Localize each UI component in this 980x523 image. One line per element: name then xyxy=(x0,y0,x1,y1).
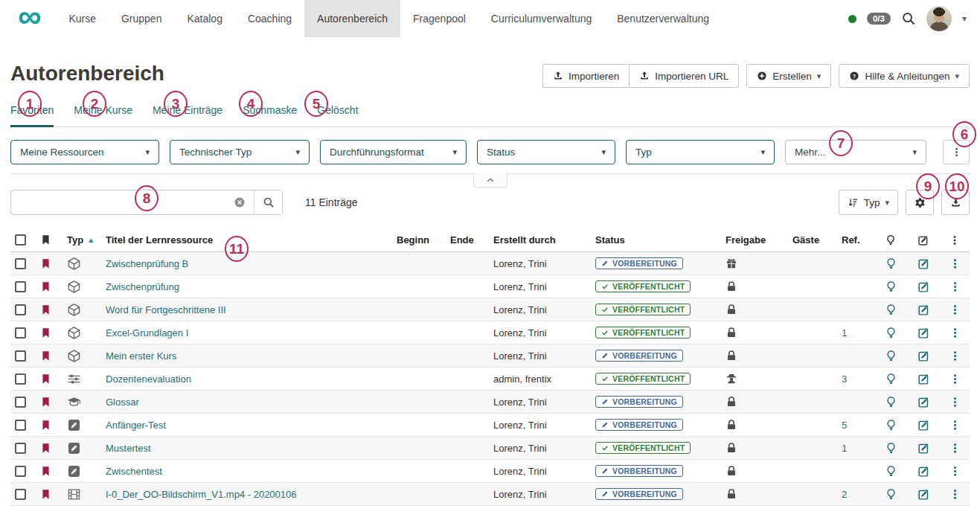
edit-button[interactable] xyxy=(917,419,930,431)
column-ref[interactable]: Ref. xyxy=(833,234,874,246)
filter-dropdown[interactable]: Meine Ressourcen ▾ xyxy=(10,140,159,164)
table-row[interactable]: Anfänger-Test Lorenz, Trini VORBEREITUNG xyxy=(10,414,970,437)
resource-title-link[interactable]: Anfänger-Test xyxy=(106,420,166,431)
row-menu-button[interactable] xyxy=(949,465,961,478)
chat-count-badge[interactable]: 0/3 xyxy=(867,13,891,25)
row-checkbox[interactable] xyxy=(15,281,26,292)
table-row[interactable]: Mein erster Kurs Lorenz, Trini VORBEREIT… xyxy=(10,344,970,368)
infos-lightbulb-button[interactable] xyxy=(885,419,897,431)
infos-lightbulb-button[interactable] xyxy=(885,442,897,455)
row-menu-button[interactable] xyxy=(949,373,961,385)
row-checkbox[interactable] xyxy=(15,397,26,408)
table-row[interactable]: Zwischenprüfung B Lorenz, Trini VORBEREI… xyxy=(10,252,970,275)
table-row[interactable]: Excel-Grundlagen I Lorenz, Trini VERÖFFE… xyxy=(10,321,970,344)
row-menu-button[interactable] xyxy=(949,419,961,431)
resource-title-link[interactable]: Mustertest xyxy=(106,443,151,454)
row-menu-button[interactable] xyxy=(949,257,961,270)
collapse-filters-button[interactable] xyxy=(473,173,507,187)
resource-title-link[interactable]: Glossar xyxy=(106,397,139,408)
resource-title-link[interactable]: Excel-Grundlagen I xyxy=(106,327,188,338)
openolat-logo[interactable]: ∞ xyxy=(18,0,41,33)
edit-button[interactable] xyxy=(917,327,930,339)
infos-lightbulb-button[interactable] xyxy=(885,373,897,385)
edit-button[interactable] xyxy=(917,257,930,270)
row-checkbox[interactable] xyxy=(15,489,26,500)
edit-button[interactable] xyxy=(917,396,930,408)
infos-lightbulb-button[interactable] xyxy=(885,327,897,339)
table-row[interactable]: Mustertest Lorenz, Trini VERÖFFENTLICHT xyxy=(10,437,970,460)
infos-lightbulb-button[interactable] xyxy=(885,350,897,362)
infos-lightbulb-button[interactable] xyxy=(885,280,897,293)
resource-title-link[interactable]: Zwischenprüfung B xyxy=(106,258,188,269)
nav-item[interactable]: Katalog xyxy=(174,0,234,37)
resource-title-link[interactable]: Zwischentest xyxy=(106,466,162,477)
tab[interactable]: Gelöscht xyxy=(317,104,358,127)
row-menu-button[interactable] xyxy=(949,327,961,339)
ref-count-link[interactable]: 5 xyxy=(842,420,847,431)
table-row[interactable]: Zwischentest Lorenz, Trini VORBEREITUNG xyxy=(10,460,970,483)
infos-lightbulb-button[interactable] xyxy=(885,304,897,316)
bookmark-icon[interactable] xyxy=(40,488,51,501)
column-beginn[interactable]: Beginn xyxy=(386,234,441,246)
tab[interactable]: Meine Kurse xyxy=(74,104,132,127)
resource-title-link[interactable]: Word für Fortgeschrittene III xyxy=(106,304,226,315)
bookmark-icon[interactable] xyxy=(40,257,51,270)
resource-title-link[interactable]: Zwischenprüfung xyxy=(106,281,179,292)
edit-button[interactable] xyxy=(917,280,930,293)
ref-count-link[interactable]: 3 xyxy=(842,373,847,385)
column-gaeste[interactable]: Gäste xyxy=(784,234,833,246)
search-input[interactable] xyxy=(11,190,225,214)
nav-item[interactable]: Autorenbereich xyxy=(304,0,400,37)
bookmark-icon[interactable] xyxy=(40,419,51,431)
sort-button[interactable]: Typ ▾ xyxy=(839,190,898,215)
filter-dropdown[interactable]: Status ▾ xyxy=(477,140,615,164)
column-title[interactable]: Titel der Lernressource xyxy=(106,234,386,246)
infos-lightbulb-button[interactable] xyxy=(885,257,897,270)
user-menu-caret-icon[interactable]: ▾ xyxy=(962,13,967,24)
resource-title-link[interactable]: Mein erster Kurs xyxy=(106,350,176,362)
edit-button[interactable] xyxy=(917,488,930,501)
ref-count-link[interactable]: 1 xyxy=(842,327,847,338)
table-row[interactable]: Zwischenprüfung Lorenz, Trini VERÖFFENTL… xyxy=(10,275,970,298)
nav-item[interactable]: Curriculumverwaltung xyxy=(478,0,604,37)
clear-search-button[interactable] xyxy=(225,190,254,214)
tab[interactable]: Meine Einträge xyxy=(153,104,222,127)
table-settings-button[interactable] xyxy=(906,190,934,215)
nav-item[interactable]: Coaching xyxy=(235,0,304,37)
row-checkbox[interactable] xyxy=(15,420,26,431)
row-checkbox[interactable] xyxy=(15,373,26,385)
resource-title-link[interactable]: I-0_Der_OO-Bildschirm_V1.mp4 - 20200106 xyxy=(106,489,297,500)
search-icon[interactable] xyxy=(901,11,916,26)
table-row[interactable]: Dozentenevaluation admin, frentix VERÖFF… xyxy=(10,368,970,391)
row-checkbox[interactable] xyxy=(15,350,26,362)
filter-dropdown[interactable]: Technischer Typ ▾ xyxy=(170,140,310,164)
row-menu-button[interactable] xyxy=(949,396,961,408)
row-checkbox[interactable] xyxy=(15,443,26,454)
column-ende[interactable]: Ende xyxy=(441,234,483,246)
help-button[interactable]: Hilfe & Anleitungen ▾ xyxy=(839,64,970,88)
filter-dropdown[interactable]: Typ ▾ xyxy=(626,140,775,164)
infos-lightbulb-button[interactable] xyxy=(885,465,897,478)
column-erstellt-durch[interactable]: Erstellt durch xyxy=(483,234,585,246)
bookmark-icon[interactable] xyxy=(40,396,51,408)
table-row[interactable]: Word für Fortgeschrittene III Lorenz, Tr… xyxy=(10,298,970,321)
nav-item[interactable]: Kurse xyxy=(56,0,109,37)
ref-count-link[interactable]: 2 xyxy=(842,489,847,500)
row-checkbox[interactable] xyxy=(15,304,26,315)
bookmark-icon[interactable] xyxy=(40,327,51,339)
tab[interactable]: Favoriten xyxy=(10,104,54,127)
column-status[interactable]: Status xyxy=(585,234,715,246)
infos-lightbulb-button[interactable] xyxy=(885,396,897,408)
bookmark-icon[interactable] xyxy=(40,350,51,362)
submit-search-button[interactable] xyxy=(254,190,282,214)
create-button[interactable]: Erstellen ▾ xyxy=(746,64,831,88)
row-menu-button[interactable] xyxy=(949,280,961,293)
edit-button[interactable] xyxy=(917,465,930,478)
ref-count-link[interactable]: 1 xyxy=(842,443,847,454)
select-all-checkbox[interactable] xyxy=(15,234,26,246)
column-freigabe[interactable]: Freigabe xyxy=(715,234,784,246)
nav-item[interactable]: Fragenpool xyxy=(400,0,478,37)
table-row[interactable]: Glossar Lorenz, Trini VORBEREITUNG xyxy=(10,391,970,414)
table-row[interactable]: I-0_Der_OO-Bildschirm_V1.mp4 - 20200106 … xyxy=(10,483,970,506)
row-menu-button[interactable] xyxy=(949,350,961,362)
